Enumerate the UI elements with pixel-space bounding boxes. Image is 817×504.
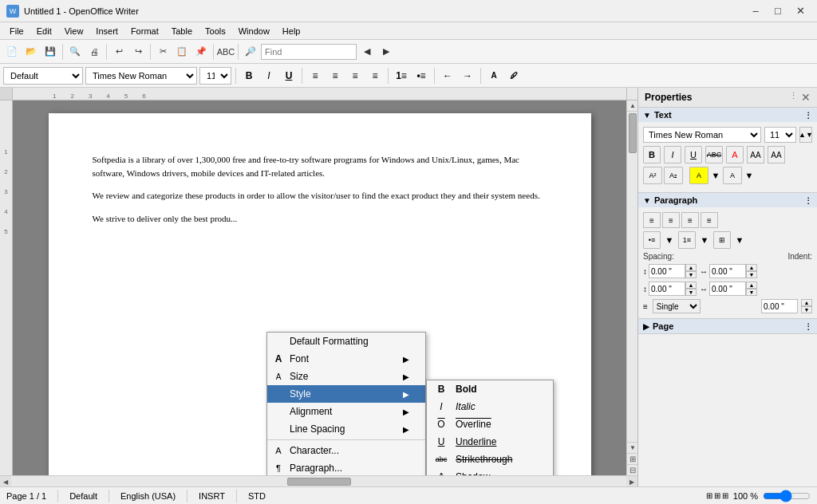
indent-less-button[interactable]: ← — [439, 67, 456, 85]
page-up-button[interactable]: ⊞ — [627, 453, 637, 464]
font-color-button[interactable]: A — [485, 67, 503, 85]
ctx-size[interactable]: A Size ▶ — [267, 368, 425, 385]
menu-format[interactable]: Format — [124, 25, 165, 37]
properties-header-buttons[interactable]: ⋮ ✕ — [789, 91, 811, 104]
linespacing-spin[interactable]: ▲ ▼ — [801, 299, 812, 313]
paste-button[interactable]: 📌 — [192, 43, 210, 61]
spacing-above-spin[interactable]: ▲ ▼ — [685, 264, 697, 278]
font-size-select[interactable]: 11 — [199, 67, 231, 85]
ctx-default-formatting[interactable]: Default Formatting — [267, 333, 425, 350]
para-indent-dropdown[interactable]: ▼ — [734, 231, 745, 249]
sub-bold[interactable]: B Bold — [427, 380, 553, 398]
para-ordered-button[interactable]: 1≡ — [678, 231, 696, 249]
properties-close-button[interactable]: ✕ — [801, 91, 811, 104]
close-button[interactable]: ✕ — [790, 2, 811, 20]
spacing-below-up[interactable]: ▲ — [685, 282, 697, 289]
props-strikethrough-button[interactable]: ABC — [705, 146, 723, 163]
props-font-select[interactable]: Times New Roman — [643, 127, 761, 143]
bold-button[interactable]: B — [240, 67, 258, 85]
properties-options-button[interactable]: ⋮ — [789, 91, 798, 104]
props-superscript-button[interactable]: A² — [643, 167, 662, 184]
vertical-scrollbar[interactable]: ▲ ▼ ⊞ ⊟ — [626, 100, 637, 475]
indent-right-input[interactable] — [709, 282, 746, 296]
para-align-left[interactable]: ≡ — [643, 212, 661, 228]
find-button[interactable]: 🔎 — [242, 43, 259, 61]
menu-view[interactable]: View — [58, 25, 90, 37]
linespacing-select[interactable]: Single — [653, 299, 701, 313]
menu-window[interactable]: Window — [232, 25, 276, 37]
text-section-header[interactable]: ▼ Text ⋮ — [638, 108, 817, 122]
scroll-left-button[interactable]: ◀ — [0, 476, 11, 486]
scroll-up-button[interactable]: ▲ — [627, 100, 637, 112]
para-ordered-dropdown[interactable]: ▼ — [699, 231, 710, 249]
align-justify-button[interactable]: ≡ — [366, 67, 384, 85]
underline-button[interactable]: U — [280, 67, 298, 85]
ctx-character[interactable]: A Character... — [267, 442, 425, 459]
scroll-track-h[interactable] — [11, 476, 626, 486]
spellcheck-button[interactable]: ABC — [217, 43, 235, 61]
ctx-linespacing[interactable]: Line Spacing ▶ — [267, 420, 425, 438]
minimize-button[interactable]: – — [745, 2, 766, 20]
indent-right-spin[interactable]: ▲ ▼ — [746, 282, 757, 296]
scroll-right-button[interactable]: ▶ — [626, 476, 637, 486]
ctx-alignment[interactable]: Alignment ▶ — [267, 403, 425, 420]
props-highlight-dropdown[interactable]: ▼ — [710, 167, 721, 184]
numbering-button[interactable]: 1≡ — [393, 67, 410, 85]
new-button[interactable]: 📄 — [3, 43, 21, 61]
scroll-thumb-h[interactable] — [287, 478, 351, 486]
italic-button[interactable]: I — [260, 67, 278, 85]
find-next-button[interactable]: ▶ — [377, 43, 395, 61]
indent-left-input[interactable] — [709, 264, 746, 278]
props-fontcolor-button[interactable]: A — [726, 146, 744, 163]
props-fontcolor2-button[interactable]: A — [723, 167, 742, 184]
scroll-down-button[interactable]: ▼ — [627, 442, 637, 453]
scroll-track-v[interactable] — [627, 112, 637, 442]
cut-button[interactable]: ✂ — [154, 43, 172, 61]
menu-edit[interactable]: Edit — [30, 25, 58, 37]
align-left-button[interactable]: ≡ — [306, 67, 324, 85]
ctx-font[interactable]: A Font ▶ — [267, 350, 425, 368]
spacing-below-down[interactable]: ▼ — [685, 289, 697, 296]
bullets-button[interactable]: •≡ — [412, 67, 430, 85]
align-right-button[interactable]: ≡ — [346, 67, 364, 85]
find-input[interactable] — [261, 44, 357, 60]
indent-right-down[interactable]: ▼ — [746, 289, 757, 296]
undo-button[interactable]: ↩ — [110, 43, 128, 61]
ctx-paragraph[interactable]: ¶ Paragraph... — [267, 459, 425, 475]
zoom-slider[interactable] — [763, 490, 811, 502]
spacing-below-spin[interactable]: ▲ ▼ — [685, 282, 697, 296]
props-aa-button[interactable]: AA — [747, 146, 764, 163]
menu-help[interactable]: Help — [276, 25, 307, 37]
sub-italic[interactable]: I Italic — [427, 398, 553, 415]
props-size-spin[interactable]: ▲▼ — [799, 127, 812, 143]
horizontal-scrollbar[interactable]: ◀ ▶ — [0, 475, 637, 486]
menu-file[interactable]: File — [3, 25, 30, 37]
spacing-above-down[interactable]: ▼ — [685, 271, 697, 278]
find-prev-button[interactable]: ◀ — [358, 43, 376, 61]
indent-left-spin[interactable]: ▲ ▼ — [746, 264, 757, 278]
indent-left-up[interactable]: ▲ — [746, 264, 757, 271]
menu-tools[interactable]: Tools — [199, 25, 232, 37]
props-underline-button[interactable]: U — [685, 146, 702, 163]
linespacing-value-input[interactable] — [761, 299, 798, 313]
paragraph-section-menu[interactable]: ⋮ — [804, 196, 812, 205]
para-unordered-dropdown[interactable]: ▼ — [664, 231, 675, 249]
paragraph-style-select[interactable]: Default — [3, 67, 83, 85]
spacing-above-input[interactable] — [649, 264, 685, 278]
document-background[interactable]: Softpedia is a library of over 1,300,000… — [13, 100, 626, 475]
print-preview-button[interactable]: 🔍 — [66, 43, 84, 61]
props-subscript-button[interactable]: A₂ — [664, 167, 683, 184]
props-highlight-button[interactable]: A — [689, 167, 708, 184]
sub-underline[interactable]: U Underline — [427, 433, 553, 451]
page-section-menu[interactable]: ⋮ — [804, 322, 812, 331]
props-size-select[interactable]: 11 — [764, 127, 796, 143]
save-button[interactable]: 💾 — [41, 43, 59, 61]
props-fontcolor-dropdown[interactable]: ▼ — [744, 167, 755, 184]
redo-button[interactable]: ↪ — [129, 43, 147, 61]
props-bold-button[interactable]: B — [643, 146, 661, 163]
maximize-button[interactable]: □ — [768, 2, 788, 20]
spacing-below-input[interactable] — [649, 282, 685, 296]
print-button[interactable]: 🖨 — [85, 43, 103, 61]
highlight-button[interactable]: 🖊 — [505, 67, 523, 85]
copy-button[interactable]: 📋 — [173, 43, 191, 61]
